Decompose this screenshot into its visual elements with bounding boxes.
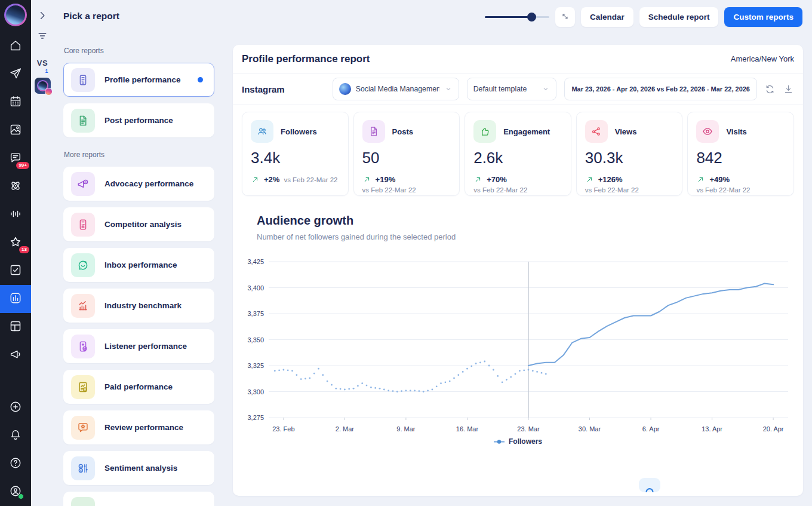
custom-reports-button[interactable]: Custom reports [724, 7, 802, 27]
topbar-buttons: CalendarSchedule reportCustom reports [581, 7, 802, 27]
more-report-list: $Advocacy performanceCompetitor analysis… [63, 167, 214, 506]
rail-item-plus-circle[interactable] [0, 394, 31, 422]
app-logo[interactable] [4, 4, 27, 26]
metrics-row: Followers3.4k+2%vs Feb 22-Mar 22Posts50+… [233, 105, 803, 196]
date-range-select[interactable]: Mar 23, 2026 - Apr 20, 2026 vs Feb 22, 2… [564, 78, 757, 100]
svg-text:3,400: 3,400 [247, 284, 264, 292]
more-reports-label: More reports [64, 151, 214, 159]
rail-item-star[interactable]: 13 [0, 229, 31, 257]
svg-text:13. Apr: 13. Apr [702, 425, 722, 433]
metric-label: Visits [726, 127, 746, 136]
layout-icon [9, 320, 22, 335]
rail-item-home[interactable] [0, 32, 31, 60]
instagram-badge-icon [45, 88, 53, 96]
rail-item-waveform[interactable] [0, 201, 31, 229]
nav-rail: 99+13 [0, 0, 31, 506]
rail-item-help[interactable] [0, 450, 31, 478]
report-item-label: Inbox performance [104, 260, 177, 269]
metric-label: Engagement [503, 127, 550, 136]
report-item-item[interactable] [63, 492, 214, 506]
rail-item-check-square[interactable] [0, 257, 31, 285]
download-button[interactable] [783, 84, 794, 95]
megaphone-icon [9, 348, 22, 363]
workspace-avatar[interactable] [35, 78, 51, 94]
svg-text:3,325: 3,325 [247, 362, 264, 369]
network-label: Instagram [242, 84, 285, 94]
rail-item-send[interactable] [0, 60, 31, 88]
report-item-inbox-performance[interactable]: Inbox performance [63, 248, 214, 282]
report-item-label: Industry benchmark [104, 301, 182, 310]
download-icon [783, 88, 794, 97]
rail-item-image[interactable] [0, 116, 31, 145]
chat-widget-icon [643, 483, 656, 492]
metric-delta-pct: +19% [376, 175, 396, 184]
metric-value: 30.3k [585, 149, 674, 167]
refresh-button[interactable] [764, 84, 776, 95]
metric-card-posts: Posts50+19%vs Feb 22-Mar 22 [353, 112, 460, 196]
metric-label: Views [615, 127, 637, 136]
competitor-report-icon [71, 213, 95, 237]
profile-select[interactable]: Social Media Management Toc [333, 78, 459, 100]
template-select-value: Default template [473, 85, 527, 93]
filter-button[interactable] [36, 30, 49, 43]
views-icon [585, 120, 608, 143]
panel-title: Pick a report [63, 11, 214, 22]
calendar-button[interactable]: Calendar [581, 7, 633, 27]
advocacy-report-icon: $ [71, 172, 95, 196]
rail-item-calendar[interactable] [0, 88, 31, 116]
collapse-panel-button[interactable] [36, 10, 49, 23]
report-item-review-performance[interactable]: Review performance [63, 410, 214, 444]
report-item-paid-performance[interactable]: $Paid performance [63, 370, 214, 404]
report-item-competitor-analysis[interactable]: Competitor analysis [63, 207, 214, 241]
report-item-label: Listener performance [104, 342, 187, 351]
date-range-value: Mar 23, 2026 - Apr 20, 2026 vs Feb 22, 2… [571, 85, 750, 93]
metric-label: Followers [281, 127, 317, 136]
calendar-icon [9, 95, 22, 111]
report-item-sentiment-analysis[interactable]: Sentiment analysis [63, 451, 214, 485]
zoom-slider[interactable] [485, 7, 549, 27]
legend-item-followers[interactable]: Followers [242, 437, 794, 446]
rail-item-chat[interactable]: 99+ [0, 145, 31, 173]
schedule-report-button[interactable]: Schedule report [639, 7, 719, 27]
report-item-post-performance[interactable]: Post performance [63, 103, 214, 137]
svg-text:9. Mar: 9. Mar [396, 425, 416, 433]
metric-delta-pct: +49% [709, 175, 730, 184]
arrow-up-right-icon [473, 175, 482, 184]
workspace-initials: VS [37, 59, 48, 68]
metric-delta: +126%vs Feb 22-Mar 22 [585, 175, 674, 194]
chat-widget[interactable] [639, 478, 660, 492]
rail-item-megaphone[interactable] [0, 341, 31, 369]
send-icon [9, 67, 22, 82]
arrow-up-right-icon [251, 175, 260, 184]
post-report-icon [362, 120, 385, 143]
metric-label: Posts [392, 127, 413, 136]
chevron-down-icon [542, 85, 550, 93]
slider-thumb[interactable] [527, 13, 536, 22]
report-item-industry-benchmark[interactable]: Industry benchmark [63, 289, 214, 323]
expand-button[interactable] [555, 7, 575, 27]
report-item-profile-performance[interactable]: Profile performance [63, 63, 214, 97]
svg-text:2. Mar: 2. Mar [336, 425, 355, 433]
rail-item-layout[interactable] [0, 313, 31, 341]
workspace-badge: 1 [45, 68, 48, 74]
svg-text:3,300: 3,300 [247, 388, 264, 395]
report-item-listener-performance[interactable]: Listener performance [63, 329, 214, 363]
listener-report-icon [71, 335, 95, 358]
bell-icon [9, 428, 22, 444]
slider-fill [485, 16, 531, 18]
metric-delta-pct: +70% [487, 175, 507, 184]
chart-subtitle: Number of net followers gained during th… [257, 232, 794, 241]
industry-report-icon [71, 294, 95, 318]
report-item-advocacy-performance[interactable]: $Advocacy performance [63, 167, 214, 201]
svg-text:30. Mar: 30. Mar [579, 425, 601, 433]
help-icon [9, 456, 22, 472]
image-icon [9, 123, 22, 139]
rail-item-atom[interactable] [0, 173, 31, 201]
rail-item-analytics[interactable] [0, 285, 31, 313]
metric-card-views: Views30.3k+126%vs Feb 22-Mar 22 [576, 112, 683, 196]
active-report-dot [198, 77, 203, 82]
rail-item-bell[interactable] [0, 422, 31, 450]
metric-value: 2.6k [473, 149, 562, 167]
template-select[interactable]: Default template [467, 78, 557, 100]
rail-item-user[interactable] [0, 478, 31, 506]
